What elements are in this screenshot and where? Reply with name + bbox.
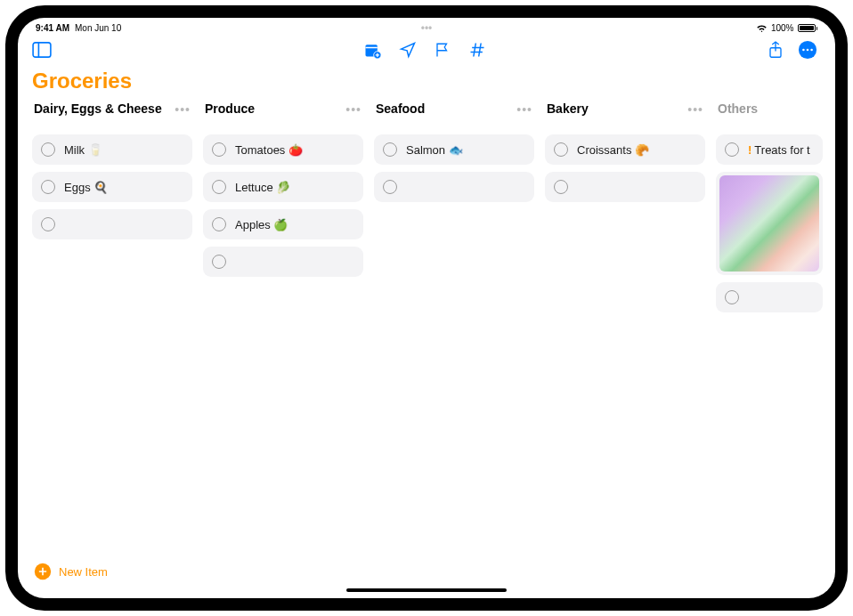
complete-checkbox[interactable] [212, 255, 226, 269]
reminder-item[interactable]: Apples 🍏 [203, 209, 363, 239]
complete-checkbox[interactable] [212, 180, 226, 194]
list-title: Groceries [18, 65, 835, 101]
svg-point-13 [802, 49, 805, 52]
complete-checkbox[interactable] [383, 142, 397, 157]
complete-checkbox[interactable] [725, 290, 739, 304]
reminder-text[interactable]: Lettuce 🥬 [235, 181, 290, 194]
empty-reminder-row[interactable] [32, 209, 192, 239]
reminder-item[interactable]: Lettuce 🥬 [203, 172, 363, 202]
share-icon[interactable] [768, 40, 784, 60]
column-header: Seafood••• [374, 101, 534, 134]
column-header: Dairy, Eggs & Cheese••• [32, 101, 192, 134]
location-icon[interactable] [399, 41, 417, 59]
column-header: Others [716, 101, 823, 134]
complete-checkbox[interactable] [41, 180, 55, 194]
columns-scroll-area[interactable]: Dairy, Eggs & Cheese•••Milk 🥛Eggs 🍳Produ… [18, 101, 835, 554]
complete-checkbox[interactable] [554, 142, 568, 157]
complete-checkbox[interactable] [41, 217, 55, 231]
column-menu-icon[interactable]: ••• [175, 102, 191, 117]
reminder-item[interactable]: Croissants 🥐 [545, 134, 705, 165]
svg-rect-0 [33, 43, 51, 57]
wifi-icon [756, 24, 768, 32]
reminder-item[interactable]: Eggs 🍳 [32, 172, 192, 202]
column-menu-icon[interactable]: ••• [345, 102, 362, 117]
column-title[interactable]: Produce [205, 101, 255, 118]
empty-reminder-row[interactable] [545, 172, 705, 202]
calendar-add-icon[interactable] [363, 41, 381, 59]
reminder-item[interactable]: Salmon 🐟 [374, 134, 534, 165]
column: Others!Treats for t [716, 101, 823, 554]
ipad-device-frame: 9:41 AM Mon Jun 10 ••• 100% [5, 5, 848, 611]
more-circle-icon[interactable] [798, 40, 817, 60]
toolbar [18, 35, 835, 65]
column-menu-icon[interactable]: ••• [687, 102, 703, 117]
reminder-text[interactable]: Apples 🍏 [235, 218, 288, 231]
status-date: Mon Jun 10 [75, 23, 121, 33]
svg-line-10 [479, 44, 482, 57]
column: Produce•••Tomatoes 🍅Lettuce 🥬Apples 🍏 [203, 101, 363, 554]
column-title[interactable]: Others [718, 101, 758, 118]
column-menu-icon[interactable]: ••• [516, 102, 532, 117]
empty-reminder-row[interactable] [716, 282, 823, 312]
reminder-image-attachment[interactable] [716, 172, 823, 275]
flag-icon[interactable] [435, 41, 451, 59]
reminder-text[interactable]: Croissants 🥐 [577, 143, 649, 157]
hashtag-icon[interactable] [468, 41, 486, 59]
attachment-thumbnail [719, 175, 819, 272]
priority-indicator: ! [748, 143, 751, 157]
svg-point-15 [810, 49, 813, 52]
complete-checkbox[interactable] [212, 142, 226, 157]
battery-icon [798, 24, 818, 32]
column: Bakery•••Croissants 🥐 [545, 101, 705, 554]
reminder-text[interactable]: Eggs 🍳 [64, 181, 108, 194]
reminder-text[interactable]: Milk 🥛 [64, 143, 102, 157]
column-header: Bakery••• [545, 101, 705, 134]
screen: 9:41 AM Mon Jun 10 ••• 100% [18, 18, 835, 598]
empty-reminder-row[interactable] [203, 247, 363, 277]
status-bar: 9:41 AM Mon Jun 10 ••• 100% [18, 18, 835, 35]
complete-checkbox[interactable] [554, 180, 568, 194]
empty-reminder-row[interactable] [374, 172, 534, 202]
column-header: Produce••• [203, 101, 363, 134]
reminder-text[interactable]: !Treats for t [748, 143, 810, 157]
column: Seafood•••Salmon 🐟 [374, 101, 534, 554]
complete-checkbox[interactable] [212, 217, 226, 231]
new-item-label: New Item [59, 565, 108, 579]
column-title[interactable]: Bakery [547, 101, 589, 118]
status-time: 9:41 AM [36, 23, 69, 33]
svg-point-14 [807, 49, 809, 52]
svg-line-9 [474, 44, 476, 57]
column-title[interactable]: Dairy, Eggs & Cheese [34, 101, 162, 118]
column: Dairy, Eggs & Cheese•••Milk 🥛Eggs 🍳 [32, 101, 192, 554]
home-indicator[interactable] [346, 588, 507, 592]
reminder-text[interactable]: Tomatoes 🍅 [235, 143, 303, 157]
reminder-item[interactable]: !Treats for t [716, 134, 823, 165]
reminder-item[interactable]: Milk 🥛 [32, 134, 192, 165]
sidebar-toggle-icon[interactable] [32, 42, 52, 58]
column-title[interactable]: Seafood [376, 101, 425, 118]
battery-percent: 100% [771, 23, 794, 33]
reminder-item[interactable]: Tomatoes 🍅 [203, 134, 363, 165]
complete-checkbox[interactable] [383, 180, 397, 194]
reminder-text[interactable]: Salmon 🐟 [406, 143, 463, 157]
plus-circle-icon [34, 563, 52, 580]
complete-checkbox[interactable] [41, 142, 55, 157]
multitasking-dots-icon[interactable]: ••• [421, 22, 433, 35]
complete-checkbox[interactable] [725, 142, 739, 157]
